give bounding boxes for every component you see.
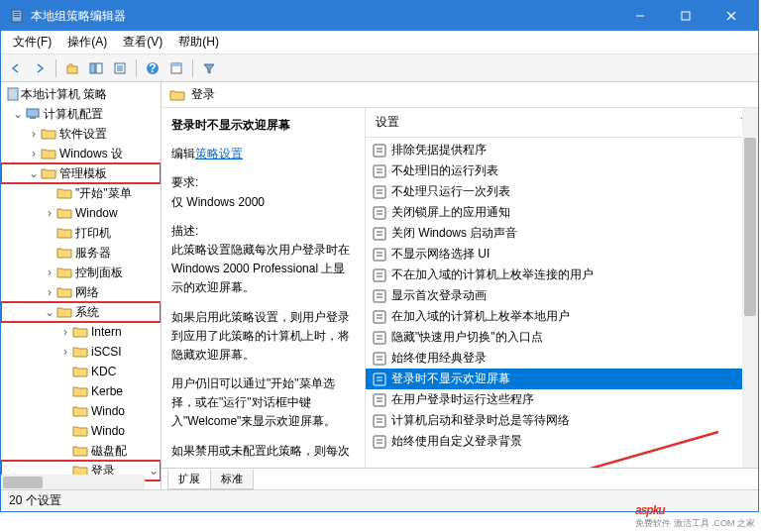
tab-standard[interactable]: 标准 bbox=[210, 470, 254, 489]
tree-system[interactable]: ⌄ 系统 bbox=[1, 302, 161, 322]
folder-icon bbox=[56, 305, 72, 319]
tree-disk-quota[interactable]: 磁盘配 bbox=[1, 441, 161, 461]
tree-kerberos[interactable]: Kerbe bbox=[1, 381, 161, 401]
svg-rect-19 bbox=[8, 88, 18, 100]
tree-server[interactable]: 服务器 bbox=[1, 243, 161, 263]
expand-icon[interactable]: › bbox=[58, 345, 72, 359]
collapse-icon[interactable]: ⌄ bbox=[27, 166, 41, 180]
tree-horizontal-scrollbar[interactable] bbox=[1, 475, 145, 489]
tab-extended[interactable]: 扩展 bbox=[167, 470, 211, 489]
properties-button[interactable] bbox=[165, 57, 187, 79]
setting-item[interactable]: 隐藏"快速用户切换"的入口点 bbox=[366, 327, 758, 348]
setting-icon bbox=[372, 309, 387, 325]
tree-computer-config[interactable]: ⌄ 计算机配置 bbox=[1, 104, 161, 124]
edit-policy-link[interactable]: 策略设置 bbox=[195, 147, 243, 160]
svg-rect-34 bbox=[374, 228, 385, 240]
menu-help[interactable]: 帮助(H) bbox=[170, 31, 227, 53]
show-hide-tree-button[interactable] bbox=[85, 57, 107, 79]
svg-rect-61 bbox=[374, 415, 385, 427]
folder-icon bbox=[41, 147, 56, 160]
menu-action[interactable]: 操作(A) bbox=[59, 31, 115, 53]
svg-rect-49 bbox=[374, 332, 385, 344]
svg-rect-43 bbox=[374, 290, 385, 302]
setting-item[interactable]: 不处理只运行一次列表 bbox=[366, 181, 758, 202]
setting-item[interactable]: 关闭锁屏上的应用通知 bbox=[366, 202, 758, 223]
setting-item[interactable]: 始终使用经典登录 bbox=[366, 348, 758, 369]
tree-start-menu[interactable]: "开始"菜单 bbox=[1, 183, 161, 203]
setting-item[interactable]: 始终使用自定义登录背景 bbox=[366, 431, 758, 452]
toolbar-separator bbox=[136, 59, 137, 77]
app-window: 本地组策略编辑器 文件(F) 操作(A) 查看(V) 帮助(H) ? 本地计算机… bbox=[0, 0, 759, 512]
tree-windows-components[interactable]: › Window bbox=[1, 203, 161, 223]
setting-item[interactable]: 不处理旧的运行列表 bbox=[366, 160, 758, 181]
setting-icon bbox=[372, 434, 387, 450]
setting-item[interactable]: 计算机启动和登录时总是等待网络 bbox=[366, 410, 758, 431]
svg-text:?: ? bbox=[149, 61, 156, 75]
maximize-button[interactable] bbox=[663, 1, 708, 31]
collapse-icon[interactable]: ⌄ bbox=[43, 305, 56, 319]
titlebar[interactable]: 本地组策略编辑器 bbox=[1, 1, 758, 31]
setting-icon bbox=[372, 372, 387, 387]
forward-button[interactable] bbox=[29, 57, 51, 79]
tree-network[interactable]: › 网络 bbox=[1, 282, 161, 302]
back-button[interactable] bbox=[5, 57, 27, 79]
menu-file[interactable]: 文件(F) bbox=[5, 31, 59, 53]
menu-view[interactable]: 查看(V) bbox=[115, 31, 170, 53]
description-label: 描述: bbox=[171, 224, 198, 238]
status-text: 20 个设置 bbox=[9, 492, 61, 509]
tree-intern[interactable]: › Intern bbox=[1, 322, 161, 342]
collapse-icon[interactable]: ⌄ bbox=[11, 107, 25, 121]
svg-rect-5 bbox=[682, 12, 690, 20]
setting-item[interactable]: 在加入域的计算机上枚举本地用户 bbox=[366, 306, 758, 327]
setting-icon bbox=[372, 184, 387, 200]
close-button[interactable] bbox=[708, 1, 754, 31]
folder-icon bbox=[72, 404, 88, 418]
folder-icon bbox=[56, 246, 72, 260]
filter-button[interactable] bbox=[198, 57, 220, 79]
setting-item[interactable]: 不显示网络选择 UI bbox=[366, 244, 758, 265]
setting-item[interactable]: 不在加入域的计算机上枚举连接的用户 bbox=[366, 265, 758, 285]
svg-rect-20 bbox=[27, 109, 39, 117]
tree-iscsi[interactable]: › iSCSI bbox=[1, 342, 161, 362]
tree-windows-settings[interactable]: › Windows 设 bbox=[1, 144, 161, 163]
setting-title: 登录时不显示欢迎屏幕 bbox=[171, 116, 355, 135]
settings-list-pane: 设置 ⌃ 排除凭据提供程序不处理旧的运行列表不处理只运行一次列表关闭锁屏上的应用… bbox=[365, 108, 758, 468]
tree-windows-sub1[interactable]: Windo bbox=[1, 401, 161, 421]
right-pane-header: 登录 bbox=[162, 82, 758, 108]
folder-icon bbox=[72, 325, 88, 339]
expand-icon[interactable]: › bbox=[43, 266, 56, 279]
setting-item[interactable]: 登录时不显示欢迎屏幕 bbox=[366, 369, 758, 389]
folder-icon bbox=[72, 365, 88, 378]
tree-control-panel[interactable]: › 控制面板 bbox=[1, 263, 161, 282]
svg-rect-25 bbox=[374, 165, 385, 177]
setting-item[interactable]: 关闭 Windows 启动声音 bbox=[366, 223, 758, 244]
svg-rect-28 bbox=[374, 186, 385, 198]
help-button[interactable]: ? bbox=[142, 57, 163, 79]
export-list-button[interactable] bbox=[109, 57, 131, 79]
expand-icon[interactable]: › bbox=[43, 206, 56, 220]
expand-icon[interactable]: › bbox=[27, 147, 41, 160]
minimize-button[interactable] bbox=[617, 1, 663, 31]
tree-windows-sub2[interactable]: Windo bbox=[1, 421, 161, 441]
tree-software-settings[interactable]: › 软件设置 bbox=[1, 124, 161, 144]
settings-list: 排除凭据提供程序不处理旧的运行列表不处理只运行一次列表关闭锁屏上的应用通知关闭 … bbox=[366, 138, 758, 468]
setting-item[interactable]: 显示首次登录动画 bbox=[366, 285, 758, 306]
tree-admin-templates[interactable]: ⌄ 管理模板 bbox=[1, 163, 161, 183]
expand-icon[interactable]: › bbox=[43, 285, 56, 299]
svg-rect-64 bbox=[374, 436, 385, 448]
settings-column-header[interactable]: 设置 ⌃ bbox=[366, 108, 758, 138]
setting-item[interactable]: 排除凭据提供程序 bbox=[366, 140, 758, 160]
svg-rect-37 bbox=[374, 249, 385, 261]
expand-icon[interactable]: › bbox=[58, 325, 72, 339]
expand-icon[interactable]: › bbox=[27, 127, 41, 141]
setting-icon bbox=[372, 288, 387, 304]
tree-kdc[interactable]: KDC bbox=[1, 362, 161, 381]
tree-root[interactable]: 本地计算机 策略 bbox=[1, 84, 161, 104]
folder-icon bbox=[72, 444, 88, 458]
settings-vertical-scrollbar[interactable] bbox=[742, 108, 758, 468]
setting-item[interactable]: 在用户登录时运行这些程序 bbox=[366, 389, 758, 410]
svg-rect-21 bbox=[30, 117, 36, 119]
tree-printers[interactable]: 打印机 bbox=[1, 223, 161, 243]
watermark: aspku 免费软件 激活工具 .COM 之家 bbox=[635, 489, 755, 530]
up-button[interactable] bbox=[61, 57, 83, 79]
